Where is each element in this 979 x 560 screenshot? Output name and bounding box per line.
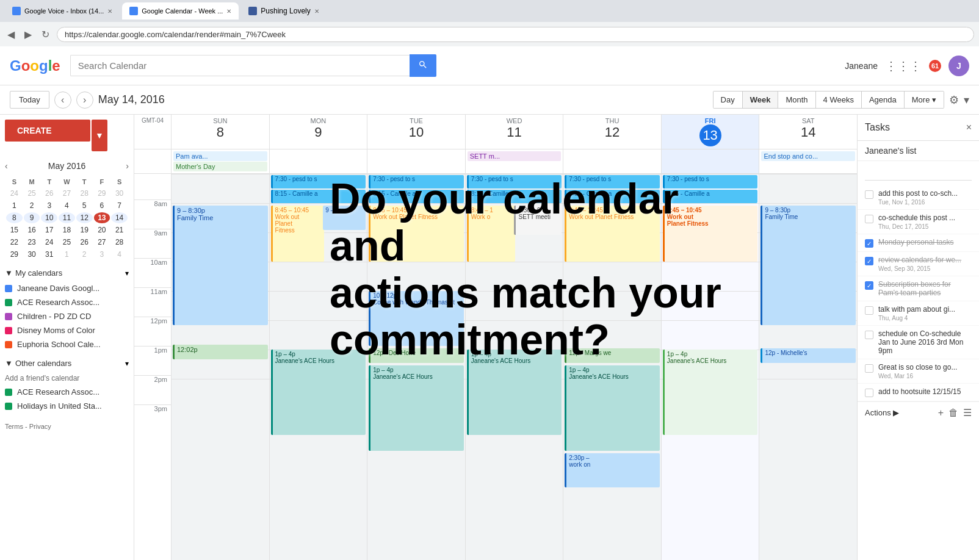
mini-cal-day[interactable]: 21: [111, 224, 128, 235]
view-day-button[interactable]: Day: [713, 92, 743, 108]
view-week-button[interactable]: Week: [743, 92, 779, 108]
mini-cal-day[interactable]: 25: [24, 188, 40, 199]
task-input[interactable]: [865, 166, 972, 181]
tab-google-calendar[interactable]: Google Calendar - Week ... ✕: [122, 2, 239, 20]
mini-cal-day[interactable]: 19: [76, 224, 93, 235]
mini-cal-day[interactable]: 8: [6, 212, 23, 223]
calendar-item-children[interactable]: Children - PD ZD CD: [5, 309, 129, 323]
calendar-event[interactable]: 1p – 4p Janeane's ACE Hours: [565, 365, 660, 451]
task-checkbox-icon[interactable]: [865, 215, 873, 223]
mini-cal-day[interactable]: 6: [94, 200, 110, 211]
mini-cal-day[interactable]: 9: [24, 212, 40, 223]
calendar-event[interactable]: 8:45 – 10:45 Work out Planet Fitness: [565, 206, 660, 262]
mini-cal-day[interactable]: 31: [41, 249, 57, 260]
search-input[interactable]: [70, 55, 410, 76]
mini-cal-day[interactable]: 26: [41, 188, 57, 199]
calendar-event[interactable]: 1p – 4p Janeane's ACE Hours: [467, 350, 562, 435]
calendar-event[interactable]: 9 – Jan: [323, 206, 366, 230]
mini-cal-day[interactable]: 29: [94, 188, 110, 199]
user-avatar[interactable]: J: [948, 56, 969, 76]
day-header-sat[interactable]: SAT 14: [759, 115, 857, 149]
mini-cal-prev[interactable]: ‹: [5, 161, 8, 171]
mini-cal-day-today[interactable]: 13: [94, 212, 110, 223]
next-week-button[interactable]: ›: [76, 92, 93, 109]
mini-cal-day[interactable]: 18: [59, 224, 75, 235]
calendar-item-ace[interactable]: ACE Research Assoc...: [5, 295, 129, 309]
terms-link[interactable]: Terms: [5, 423, 23, 430]
collapse-button[interactable]: ▾: [964, 93, 969, 107]
mini-cal-day[interactable]: 2: [76, 249, 93, 260]
mini-cal-day[interactable]: 10: [41, 212, 57, 223]
mini-cal-day[interactable]: 26: [76, 237, 93, 248]
view-4weeks-button[interactable]: 4 Weeks: [816, 92, 862, 108]
task-checkbox-icon-checked[interactable]: ✓: [865, 281, 873, 290]
calendar-event[interactable]: 7:30 - pesd to s: [663, 175, 758, 188]
my-calendars-section[interactable]: ▼ My calendars ▾: [5, 268, 129, 278]
mini-cal-day[interactable]: 4: [59, 200, 75, 211]
calendar-event[interactable]: 8:15 - Camille a: [565, 190, 660, 203]
calendar-event[interactable]: 12:02p: [173, 345, 268, 359]
mini-cal-day[interactable]: 28: [76, 188, 93, 199]
day-header-wed[interactable]: WED 11: [465, 115, 563, 149]
day-header-fri[interactable]: FRI 13: [661, 115, 759, 149]
calendar-item-disney[interactable]: Disney Moms of Color: [5, 323, 129, 337]
day-header-sun[interactable]: SUN 8: [171, 115, 269, 149]
calendar-event[interactable]: 7:30 - pesd to s: [467, 175, 562, 188]
task-checkbox-icon[interactable]: [865, 306, 873, 315]
mini-cal-day[interactable]: 27: [59, 188, 75, 199]
calendar-event[interactable]: 8:45 – 1 Work o: [467, 206, 516, 262]
day-header-mon[interactable]: MON 9: [269, 115, 367, 149]
mini-cal-day[interactable]: 2: [24, 200, 40, 211]
calendar-event[interactable]: 8:15 - Camille a: [663, 190, 758, 203]
all-day-event[interactable]: Pam ava...: [173, 151, 267, 161]
mini-cal-day[interactable]: 25: [59, 237, 75, 248]
mini-cal-day[interactable]: 3: [94, 249, 110, 260]
mini-cal-day[interactable]: 27: [94, 237, 110, 248]
mini-cal-day[interactable]: 24: [6, 188, 23, 199]
task-checkbox-icon-checked[interactable]: ✓: [865, 257, 873, 265]
calendar-event[interactable]: 12p - Margs we: [565, 348, 660, 363]
calendar-event[interactable]: 9 – 8:30p Family Time: [173, 206, 268, 325]
create-button[interactable]: CREATE: [5, 120, 90, 142]
add-friend-button[interactable]: Add a friend's calendar: [5, 372, 129, 385]
mini-cal-day[interactable]: 7: [111, 200, 128, 211]
today-button[interactable]: Today: [10, 91, 49, 109]
task-checkbox-icon[interactable]: [865, 190, 873, 199]
calendar-event[interactable]: 9 – 8:30p Family Time: [760, 206, 856, 325]
mini-cal-next[interactable]: ›: [126, 161, 129, 171]
tab-close-icon[interactable]: ✕: [226, 8, 231, 15]
add-task-button[interactable]: +: [938, 407, 944, 418]
calendar-event[interactable]: 8:15 - Camille a: [467, 190, 562, 203]
day-header-tue[interactable]: TUE 10: [367, 115, 465, 149]
mini-cal-day[interactable]: 12: [76, 212, 93, 223]
tab-close-icon[interactable]: ✕: [314, 8, 319, 15]
tasks-close-button[interactable]: ×: [966, 122, 972, 133]
calendar-item-janeane[interactable]: Janeane Davis Googl...: [5, 281, 129, 295]
settings-button[interactable]: ⚙: [949, 93, 959, 107]
calendar-event[interactable]: 10 – 12p Coffee with Wanda Thomas at: [369, 291, 464, 346]
tab-google-voice[interactable]: Google Voice - Inbox (14... ✕: [5, 2, 120, 20]
mini-cal-day[interactable]: 15: [6, 224, 23, 235]
mini-cal-day[interactable]: 23: [24, 237, 40, 248]
other-calendars-options-icon[interactable]: ▾: [125, 359, 129, 368]
calendar-event[interactable]: 12p - Michelle's: [760, 348, 856, 363]
calendar-event[interactable]: 1p – 4p Janeane's ACE Hours: [369, 365, 464, 451]
view-month-button[interactable]: Month: [778, 92, 815, 108]
mini-cal-day[interactable]: 3: [41, 200, 57, 211]
task-checkbox-icon[interactable]: [865, 364, 873, 373]
create-dropdown-button[interactable]: ▼: [92, 120, 107, 151]
prev-week-button[interactable]: ‹: [54, 92, 71, 109]
calendar-event[interactable]: 8:15 - Camille a: [271, 190, 366, 203]
calendar-event[interactable]: 1p – 4p Janeane's ACE Hours: [271, 350, 366, 435]
task-checkbox-icon[interactable]: [865, 389, 873, 397]
calendar-item-euphoria[interactable]: Euphoria School Cale...: [5, 337, 129, 351]
tab-close-icon[interactable]: ✕: [107, 8, 112, 15]
calendar-event[interactable]: 8:30 – 9 SETT meeti: [514, 206, 562, 235]
list-task-button[interactable]: ☰: [963, 407, 972, 418]
all-day-event[interactable]: End stop and co...: [761, 151, 855, 161]
calendar-event[interactable]: 8:45 – 10:45 Work out Planet Fitness: [369, 206, 464, 262]
forward-button[interactable]: ▶: [22, 26, 34, 43]
calendar-event-today[interactable]: 8:45 – 10:45 Work out Planet Fitness: [663, 206, 758, 262]
mini-cal-day[interactable]: 29: [6, 249, 23, 260]
mini-cal-day[interactable]: 17: [41, 224, 57, 235]
